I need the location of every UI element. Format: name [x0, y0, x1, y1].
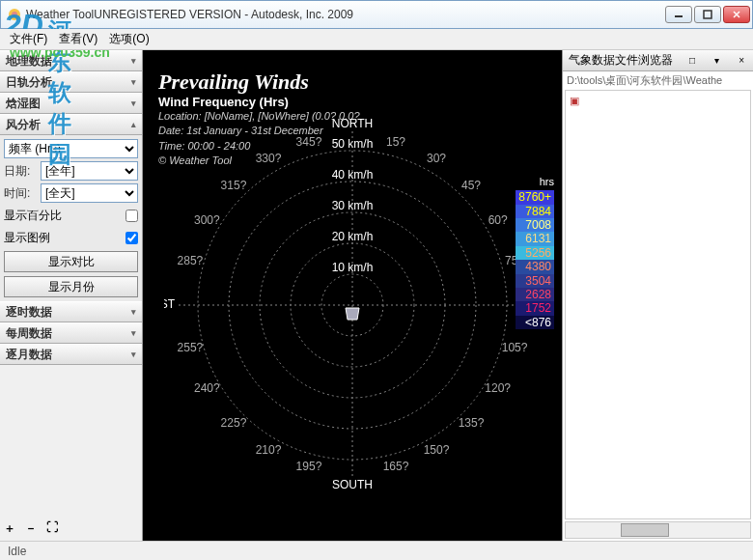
panel-weekly[interactable]: 每周数据▾ [0, 322, 142, 344]
chart-subtitle: Wind Frequency (Hrs) [158, 95, 360, 109]
time-select[interactable]: [全天] [41, 183, 138, 203]
panel-wind[interactable]: 风分析▴ [0, 114, 142, 135]
compare-button[interactable]: 显示对比 [4, 251, 138, 272]
svg-text:165?: 165? [383, 460, 409, 473]
svg-text:WEST: WEST [164, 297, 176, 311]
close-button[interactable] [723, 6, 750, 23]
svg-text:225?: 225? [221, 416, 247, 430]
show-percent-label: 显示百分比 [4, 208, 62, 224]
chevron-down-icon: ▾ [131, 98, 136, 108]
svg-text:195?: 195? [296, 460, 322, 473]
svg-text:15?: 15? [386, 135, 405, 149]
date-select[interactable]: [全年] [41, 161, 138, 181]
months-button[interactable]: 显示月份 [4, 276, 138, 297]
legend-bin: <876 [516, 316, 554, 329]
time-label: 时间: [4, 185, 41, 202]
status-text: Idle [8, 545, 26, 558]
menubar: 文件(F) 查看(V) 选项(O) [0, 29, 753, 50]
scrollbar-thumb[interactable] [621, 523, 669, 537]
chevron-down-icon: ▾ [131, 56, 136, 66]
svg-text:300?: 300? [194, 213, 220, 227]
svg-text:NORTH: NORTH [332, 117, 373, 130]
menu-file[interactable]: 文件(F) [4, 31, 53, 47]
minimize-button[interactable] [665, 6, 692, 23]
chevron-up-icon: ▴ [131, 120, 136, 129]
panel-geo[interactable]: 地理数据▾ [0, 50, 142, 71]
svg-text:SOUTH: SOUTH [332, 478, 373, 491]
svg-text:45?: 45? [461, 179, 481, 192]
svg-text:105?: 105? [502, 341, 528, 354]
file-tree[interactable]: ▣ [565, 90, 751, 519]
panel-close-icon[interactable]: × [736, 55, 747, 66]
legend-bin: 3504 [516, 274, 554, 288]
panel-pin-icon[interactable]: □ [686, 55, 698, 66]
maximize-button[interactable] [694, 6, 721, 23]
right-panel-header: 气象数据文件浏览器 □ ▾ × [563, 50, 753, 71]
panel-menu-icon[interactable]: ▾ [711, 55, 722, 66]
zoom-tools: ＋ － ⛶ [0, 517, 142, 541]
svg-text:210?: 210? [256, 443, 282, 457]
show-legend-label: 显示图例 [4, 230, 50, 246]
tree-node-icon[interactable]: ▣ [570, 95, 746, 107]
right-panel: 气象数据文件浏览器 □ ▾ × D:\tools\桌面\河东软件园\Weathe… [562, 50, 753, 541]
chart-title: Prevailing Winds [158, 70, 360, 95]
svg-text:120?: 120? [485, 381, 511, 395]
chevron-down-icon: ▾ [131, 328, 136, 338]
svg-point-1 [12, 12, 17, 17]
panel-hourly[interactable]: 逐时数据▾ [0, 301, 142, 322]
zoom-in-icon[interactable]: ＋ [4, 520, 15, 537]
svg-text:285?: 285? [178, 254, 204, 267]
zoom-fit-icon[interactable]: ⛶ [46, 520, 58, 537]
chart-canvas: Prevailing Winds Wind Frequency (Hrs) Lo… [143, 50, 562, 541]
show-percent-checkbox[interactable] [126, 210, 138, 222]
svg-text:150?: 150? [424, 443, 450, 457]
svg-text:330?: 330? [256, 152, 282, 165]
polar-chart: 10 km/h20 km/h30 km/h40 km/h50 km/h15?30… [164, 117, 541, 493]
legend-bin: 1752 [516, 301, 554, 315]
svg-text:255?: 255? [178, 341, 204, 354]
svg-rect-3 [704, 11, 711, 18]
sidebar: 地理数据▾ 日轨分析▾ 焓湿图▾ 风分析▴ 频率 (Hrs) 日期:[全年] 时… [0, 50, 143, 541]
svg-text:30?: 30? [427, 152, 446, 165]
frequency-select[interactable]: 频率 (Hrs) [4, 139, 138, 158]
app-icon [7, 7, 22, 22]
window-title: Weather ToolUNREGISTERED VERSION - Autod… [26, 8, 663, 21]
legend-bin: 8760+ [516, 190, 554, 204]
right-panel-title: 气象数据文件浏览器 [569, 52, 673, 69]
panel-wind-body: 频率 (Hrs) 日期:[全年] 时间:[全天] 显示百分比 显示图例 显示对比… [0, 135, 142, 301]
chart-legend: hrs8760+78847008613152564380350426281752… [516, 176, 554, 329]
panel-monthly[interactable]: 逐月数据▾ [0, 344, 142, 365]
chevron-down-icon: ▾ [131, 77, 136, 87]
legend-bin: 5256 [516, 246, 554, 260]
statusbar: Idle [0, 541, 753, 560]
svg-text:50 km/h: 50 km/h [332, 137, 374, 151]
legend-bin: 7008 [516, 218, 554, 232]
file-path: D:\tools\桌面\河东软件园\Weathe [563, 71, 753, 90]
date-label: 日期: [4, 163, 41, 180]
show-legend-checkbox[interactable] [126, 232, 138, 244]
svg-text:60?: 60? [488, 213, 508, 227]
svg-text:315?: 315? [221, 179, 247, 192]
titlebar: Weather ToolUNREGISTERED VERSION - Autod… [0, 0, 753, 29]
panel-psych[interactable]: 焓湿图▾ [0, 93, 142, 114]
menu-options[interactable]: 选项(O) [103, 31, 154, 47]
legend-bin: 7884 [516, 205, 554, 218]
svg-text:240?: 240? [194, 381, 220, 395]
svg-text:345?: 345? [296, 135, 322, 149]
horizontal-scrollbar[interactable] [565, 521, 751, 539]
legend-bin: 2628 [516, 288, 554, 301]
legend-bin: 6131 [516, 232, 554, 245]
legend-bin: 4380 [516, 260, 554, 273]
svg-text:135?: 135? [459, 416, 485, 430]
panel-sun[interactable]: 日轨分析▾ [0, 71, 142, 93]
svg-text:20 km/h: 20 km/h [332, 230, 374, 243]
chevron-down-icon: ▾ [131, 307, 136, 317]
zoom-out-icon[interactable]: － [25, 520, 37, 537]
chevron-down-icon: ▾ [131, 350, 136, 359]
menu-view[interactable]: 查看(V) [53, 31, 103, 47]
svg-marker-42 [346, 308, 359, 320]
